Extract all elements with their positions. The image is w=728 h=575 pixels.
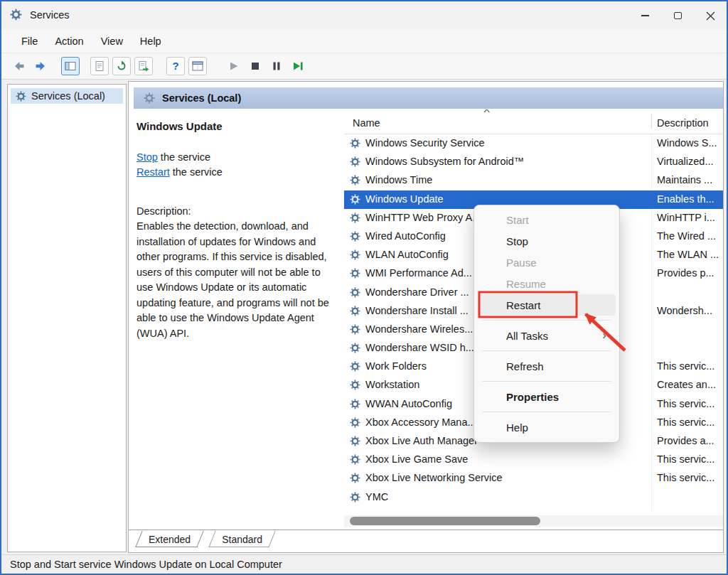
service-name: Windows Time (365, 174, 432, 186)
context-menu-item-restart[interactable]: Restart (478, 294, 616, 316)
service-name: WMI Performance Ad... (365, 267, 472, 279)
service-gear-icon (350, 473, 360, 485)
context-menu-item-resume: Resume (478, 273, 616, 294)
service-gear-icon (350, 399, 360, 412)
service-description: The Wired ... (657, 230, 716, 242)
main-header: Services (Local) (134, 87, 723, 109)
properties-button[interactable] (90, 57, 109, 75)
column-header-description[interactable]: Description (657, 117, 709, 129)
back-arrow-icon (13, 60, 26, 72)
service-row[interactable]: Xbox Live Game SaveThis servic... (344, 451, 723, 469)
status-bar: Stop and Start service Windows Update on… (1, 554, 727, 574)
column-resize-handle[interactable] (651, 114, 652, 129)
stop-service-link[interactable]: Stop (136, 151, 158, 163)
restart-service-suffix: the service (170, 166, 223, 178)
forward-button[interactable] (30, 60, 51, 72)
tree-item-services-local[interactable]: Services (Local) (11, 88, 123, 104)
close-icon (706, 11, 715, 21)
restart-service-button[interactable] (289, 57, 307, 75)
service-description: This servic... (657, 472, 714, 483)
restart-service-line: Restart the service (136, 165, 333, 181)
tab-extended-label: Extended (149, 534, 191, 545)
services-app-icon (10, 9, 22, 23)
service-name: Wondershare WSID h... (365, 342, 474, 353)
service-description: Wondersh... (657, 305, 712, 316)
service-gear-icon (350, 175, 360, 188)
service-name: WLAN AutoConfig (365, 249, 449, 260)
stop-icon (249, 60, 262, 72)
pause-service-button[interactable] (267, 57, 286, 75)
menu-help[interactable]: Help (132, 32, 170, 50)
service-name: Xbox Live Auth Manager (365, 435, 478, 446)
service-name: Windows Update (365, 193, 444, 205)
service-gear-icon (350, 138, 360, 151)
resume-icon (291, 60, 304, 72)
context-menu-item-stop[interactable]: Stop (478, 230, 616, 252)
menu-bar: File Action View Help (1, 30, 727, 53)
service-name: Xbox Live Networking Service (365, 472, 503, 483)
service-gear-icon (350, 249, 360, 262)
back-button[interactable] (9, 60, 30, 72)
restart-service-link[interactable]: Restart (136, 166, 170, 178)
maximize-button[interactable] (661, 1, 694, 30)
pause-icon (270, 60, 283, 72)
service-description: This servic... (657, 398, 714, 409)
help-button[interactable]: ? (166, 57, 185, 75)
service-row[interactable]: YMC (344, 488, 723, 507)
service-name: Wondershare Install ... (365, 305, 469, 316)
close-button[interactable] (694, 1, 727, 30)
services-header-icon (144, 92, 155, 104)
horizontal-scrollbar-thumb[interactable] (350, 517, 540, 525)
sort-ascending-icon: ^ (483, 109, 490, 117)
service-gear-icon (350, 287, 360, 300)
new-window-button[interactable] (188, 57, 207, 75)
main-panel: Services (Local) Windows Update Stop the… (128, 81, 724, 553)
toolbar: ? (1, 53, 727, 80)
tree-item-label: Services (Local) (31, 90, 105, 102)
selected-service-title: Windows Update (136, 119, 333, 134)
maximize-icon (674, 12, 682, 19)
refresh-icon (115, 60, 128, 72)
service-description: Provides p... (657, 267, 714, 279)
service-name: Windows Security Service (365, 137, 485, 149)
service-description: The WLAN ... (657, 249, 719, 260)
context-menu-item-refresh[interactable]: Refresh (478, 355, 616, 377)
menu-action[interactable]: Action (46, 32, 92, 50)
extended-pane: Windows Update Stop the service Restart … (134, 109, 344, 524)
stop-service-button[interactable] (246, 57, 264, 75)
list-header: Name ^ Description (344, 109, 723, 134)
service-description: Windows S... (657, 137, 717, 149)
view-tabs: Extended Standard (129, 530, 723, 549)
stop-service-line: Stop the service (136, 150, 333, 166)
help-icon: ? (169, 60, 182, 72)
service-row[interactable]: Windows TimeMaintains ... (344, 171, 723, 190)
minimize-button[interactable] (628, 1, 661, 30)
services-gear-icon (16, 91, 26, 102)
context-menu-item-properties[interactable]: Properties (478, 386, 616, 407)
status-text: Stop and Start service Windows Update on… (10, 559, 282, 570)
refresh-button[interactable] (112, 57, 131, 75)
tab-standard-label: Standard (222, 534, 262, 545)
context-menu-item-all-tasks[interactable]: All Tasks› (478, 325, 616, 346)
title-bar[interactable]: Services (1, 1, 727, 30)
menu-view[interactable]: View (92, 32, 132, 50)
column-header-name[interactable]: Name (353, 117, 380, 129)
service-gear-icon (350, 306, 360, 318)
service-row[interactable]: Xbox Live Networking ServiceThis servic.… (344, 469, 723, 488)
horizontal-scrollbar[interactable] (344, 515, 723, 527)
export-list-button[interactable] (134, 57, 153, 75)
console-tree-panel: Services (Local) (7, 84, 127, 552)
menu-separator (482, 350, 611, 351)
main-header-title: Services (Local) (162, 92, 241, 104)
service-row[interactable]: Windows Subsystem for Android™Virtualize… (344, 153, 723, 171)
tab-standard[interactable]: Standard (212, 531, 272, 547)
tab-extended[interactable]: Extended (139, 531, 200, 547)
menu-file[interactable]: File (13, 32, 46, 50)
minimize-icon (641, 15, 649, 16)
show-console-tree-button[interactable] (61, 57, 80, 75)
service-description: This servic... (657, 360, 714, 372)
service-description: Virtualized... (657, 156, 714, 167)
service-row[interactable]: Windows Security ServiceWindows S... (344, 134, 723, 153)
context-menu-item-help[interactable]: Help (478, 417, 616, 438)
svg-text:?: ? (172, 60, 178, 72)
